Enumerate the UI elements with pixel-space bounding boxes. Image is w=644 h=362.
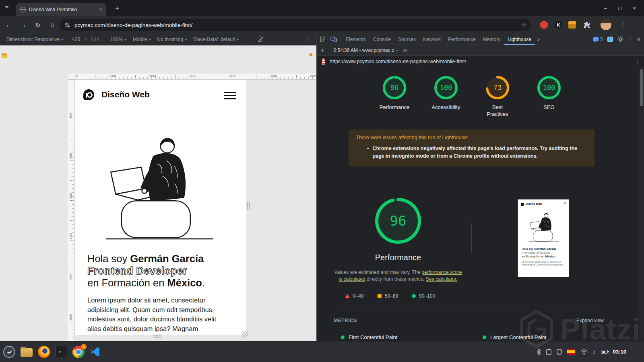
site-logo[interactable] — [83, 89, 94, 100]
viewport-resize-handle-corner[interactable] — [242, 331, 248, 337]
settings-gear-icon[interactable] — [617, 36, 623, 42]
bluetooth-icon[interactable] — [537, 349, 541, 355]
new-audit-button[interactable]: + — [320, 47, 324, 54]
tab-search-chevron-icon[interactable] — [5, 6, 9, 8]
media-query-marker[interactable] — [2, 53, 7, 56]
page-screenshot-thumbnail[interactable]: Diseño Web ≡ Hola soy Germán García Fron… — [518, 199, 569, 277]
device-toolbar-toggle-icon[interactable] — [328, 36, 339, 42]
dimensions-selector[interactable]: Dimensions: Responsive ▾ — [6, 37, 63, 42]
site-settings-tune-icon[interactable] — [64, 22, 70, 28]
thumb-site-logo — [521, 203, 524, 206]
page-viewport[interactable]: Diseño Web Hola soy Germán García Fronte… — [75, 80, 246, 335]
file-manager-icon[interactable] — [21, 348, 33, 357]
tab-performance[interactable]: Performance — [444, 34, 479, 45]
thumb-heading: Hola soy Germán García Frontend Develope… — [522, 247, 556, 259]
terminal-icon[interactable]: >_ — [55, 346, 67, 358]
new-tab-button[interactable]: + — [112, 3, 122, 14]
range-label: 0–49 — [353, 293, 364, 299]
score-best-practices[interactable]: 73 Best Practices — [478, 75, 517, 117]
profile-avatar[interactable] — [601, 19, 611, 30]
inspect-element-icon[interactable] — [317, 36, 328, 42]
clear-audits-icon[interactable]: ⊘ — [403, 47, 407, 53]
toolbar-divider — [341, 36, 341, 43]
extension-devtools-icon[interactable] — [607, 37, 613, 42]
tab-network[interactable]: Network — [419, 34, 444, 45]
extensions-puzzle-icon[interactable] — [583, 21, 590, 29]
vscode-icon[interactable] — [90, 346, 101, 357]
tab-console[interactable]: Console — [369, 34, 394, 45]
tab-memory[interactable]: Memory — [479, 34, 504, 45]
device-toolbar-kebab-icon[interactable]: ⋮ — [306, 37, 311, 42]
wifi-icon[interactable] — [580, 349, 588, 355]
browser-toolbar: ← → ↻ ⌂ pcymac.com/diseno-de-paginas-web… — [0, 16, 644, 34]
report-kebab-icon[interactable]: ⋮ — [635, 58, 640, 64]
tab-favicon-globe-icon — [20, 7, 26, 12]
chrome-icon[interactable]: 2 — [72, 346, 85, 358]
clipboard-icon[interactable] — [546, 349, 551, 355]
browser-tab[interactable]: Diseño Web Portafolio × — [16, 3, 106, 16]
k-extension-icon[interactable]: K — [555, 21, 562, 29]
zoom-selector[interactable]: 100% ▾ — [110, 37, 126, 42]
box-extension-icon[interactable] — [568, 21, 576, 29]
viewport-resize-handle-right[interactable] — [247, 202, 250, 210]
throttling-selector[interactable]: No throttling ▾ — [157, 37, 187, 42]
firefox-icon[interactable] — [38, 346, 50, 358]
media-query-marker[interactable] — [2, 56, 7, 58]
devtools-kebab-icon[interactable]: ⋮ — [628, 37, 633, 42]
site-logo-text[interactable]: Diseño Web — [101, 90, 150, 99]
score-performance[interactable]: 96 Performance — [375, 75, 414, 117]
tab-lighthouse[interactable]: Lighthouse — [504, 34, 535, 45]
tab-elements[interactable]: Elements — [342, 34, 369, 45]
address-bar[interactable]: pcymac.com/diseno-de-paginas-web/mobile-… — [60, 19, 531, 31]
hamburger-menu-icon[interactable] — [224, 92, 236, 93]
hero-paragraph: Lorem ipsum dolor sit amet, consectetur … — [87, 296, 229, 333]
url-text[interactable]: pcymac.com/diseno-de-paginas-web/mobile-… — [74, 22, 517, 28]
forward-button[interactable]: → — [18, 19, 29, 31]
back-button[interactable]: ← — [3, 19, 14, 31]
viewport-resize-handle-bottom[interactable] — [153, 335, 161, 337]
metric-first-contentful-paint[interactable]: First Contentful Paint — [341, 334, 397, 340]
metric-largest-contentful-paint[interactable]: Largest Contentful Paint — [483, 334, 546, 340]
audio-icon[interactable]: ♪ — [593, 349, 596, 355]
start-menu-button[interactable] — [3, 346, 15, 358]
viewport-height-input[interactable]: 634 — [91, 37, 99, 42]
adblock-extension-icon[interactable] — [540, 21, 548, 29]
rotate-device-icon[interactable] — [257, 36, 264, 43]
scrollbar-thumb[interactable] — [640, 69, 643, 106]
window-close-button[interactable]: × — [629, 5, 640, 11]
media-query-marker[interactable] — [310, 53, 312, 56]
device-type-selector[interactable]: Mobile ▾ — [133, 37, 151, 42]
devtools-close-icon[interactable]: × — [637, 36, 640, 43]
more-tabs-icon[interactable]: » — [535, 36, 542, 42]
devtools-right-controls: 5 ⋮ × — [593, 36, 640, 43]
score-disclaimer: Values are estimated and may vary. The p… — [334, 269, 462, 283]
tab-close-icon[interactable]: × — [99, 6, 102, 12]
report-scrollbar[interactable] — [639, 67, 644, 341]
see-calculator-link[interactable]: See calculator. — [426, 276, 458, 282]
lighthouse-report: 96 Performance 100 Accessibility 73 Best… — [317, 67, 644, 341]
audit-run-selector[interactable]: 2:54:36 AM - www.pcymac.c ▾ — [333, 47, 398, 53]
score-accessibility[interactable]: 100 Accessibility — [427, 75, 465, 117]
score-value: 96 — [382, 75, 407, 100]
save-data-selector[interactable]: 'Save-Data': default ▾ — [193, 37, 239, 42]
score-seo[interactable]: 100 SEO — [530, 75, 568, 117]
keyboard-layout-flag-icon[interactable] — [567, 349, 575, 355]
performance-gauge[interactable]: 96 Performance — [355, 197, 441, 262]
issues-counter[interactable]: 5 — [593, 37, 603, 42]
score-label: SEO — [543, 104, 554, 111]
thumb-illustration — [528, 210, 560, 244]
window-minimize-button[interactable]: – — [600, 5, 611, 11]
viewport-width-input[interactable]: 425 — [72, 37, 80, 42]
shield-icon[interactable] — [557, 349, 562, 355]
browser-menu-kebab-icon[interactable]: ⋮ — [618, 20, 628, 27]
clock[interactable]: 03:10 — [613, 349, 626, 355]
audit-run-label: 2:54:36 AM - www.pcymac.c — [333, 47, 394, 53]
bookmark-star-icon[interactable]: ☆ — [521, 21, 526, 29]
home-button[interactable]: ⌂ — [47, 19, 58, 31]
window-maximize-button[interactable]: □ — [614, 5, 625, 11]
reload-button[interactable]: ↻ — [32, 19, 43, 31]
tab-sources[interactable]: Sources — [394, 34, 419, 45]
battery-icon[interactable] — [601, 350, 608, 354]
warning-text: Chrome extensions negatively affected th… — [372, 145, 587, 160]
expand-view-toggle[interactable]: Expand view — [576, 318, 604, 323]
